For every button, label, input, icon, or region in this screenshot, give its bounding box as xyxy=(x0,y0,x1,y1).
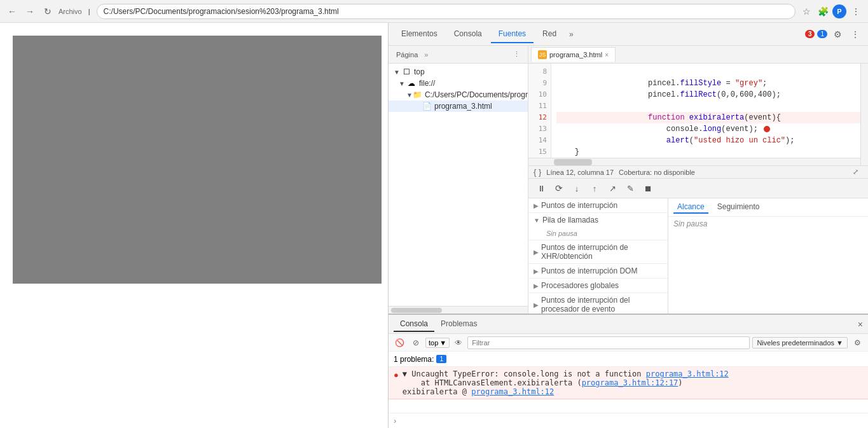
pause-button[interactable]: ⏸ xyxy=(534,181,549,196)
profile-button[interactable]: P xyxy=(832,4,846,18)
forward-button[interactable]: → xyxy=(23,4,37,18)
extension-button[interactable]: 🧩 xyxy=(816,4,830,18)
info-badge: 1 xyxy=(817,30,827,38)
menu-button[interactable]: ⋮ xyxy=(849,4,863,18)
console-output: ● ▼ Uncaught TypeError: console.long is … xyxy=(389,367,868,413)
address-bar[interactable] xyxy=(97,4,796,19)
bp-section-header-dom[interactable]: ▶ Puntos de interrupción DOM xyxy=(528,264,668,278)
error-line-2: at HTMLCanvasElement.exibiralerta (progr… xyxy=(403,378,863,387)
tree-arrow-html xyxy=(414,103,422,110)
line-numbers: 8 9 10 11 12 13 14 15 16 xyxy=(528,64,551,158)
scrollbar-thumb xyxy=(391,308,442,313)
top-selector[interactable]: top ▼ xyxy=(425,338,450,348)
cloud-icon-file: ☁ xyxy=(406,79,417,88)
code-lines-container: 8 9 10 11 12 13 14 15 16 pi xyxy=(528,64,868,158)
nav-tab-more[interactable]: » xyxy=(424,51,428,59)
nav-tab-pagina[interactable]: Página xyxy=(392,50,422,60)
line-num-11: 11 xyxy=(528,100,551,112)
console-levels-select[interactable]: Niveles predeterminados ▼ xyxy=(752,337,848,349)
error-message: ▼ Uncaught TypeError: console.long is no… xyxy=(403,369,863,396)
error-dot xyxy=(764,126,770,132)
code-scrollbar-vertical[interactable] xyxy=(860,64,868,158)
more-tabs-button[interactable]: » xyxy=(565,27,577,41)
step-over-button[interactable]: ⟳ xyxy=(551,181,567,196)
console-filter-input[interactable] xyxy=(467,336,750,349)
pila-sin-pausa: Sin pausa xyxy=(541,228,668,238)
line-num-12: 12 xyxy=(528,112,551,123)
reload-button[interactable]: ↻ xyxy=(41,4,55,18)
console-clear-button[interactable]: 🚫 xyxy=(392,336,406,350)
tab-fuentes[interactable]: Fuentes xyxy=(491,25,534,43)
step-into-button[interactable]: ↓ xyxy=(569,181,584,196)
devtools-toolbar-right: 3 1 ⚙ ⋮ xyxy=(805,27,863,42)
error-link-2[interactable]: programa_3.html:12:17 xyxy=(582,378,679,387)
breakpoints-panel: ▶ Puntos de interrupción ▼ Pila de llama… xyxy=(528,198,668,314)
bp-section-header-pila[interactable]: ▼ Pila de llamadas xyxy=(528,213,668,227)
step-button[interactable]: ↗ xyxy=(605,181,620,196)
more-options-button[interactable]: ⋮ xyxy=(848,27,863,42)
code-content[interactable]: pincel.fillStyle = "grey"; pincel.fillRe… xyxy=(551,64,868,158)
code-scrollbar-horizontal[interactable] xyxy=(528,158,868,165)
file-tab-programa3[interactable]: JS programa_3.html × xyxy=(531,47,616,62)
folder-icon: 📁 xyxy=(413,90,422,99)
sources-scrollbar[interactable] xyxy=(389,306,528,314)
console-settings-button[interactable]: ⚙ xyxy=(850,336,864,350)
format-button[interactable]: ⤢ xyxy=(848,165,863,180)
step-out-button[interactable]: ↑ xyxy=(587,181,602,196)
bp-label-pila: Pila de llamadas xyxy=(542,216,598,224)
settings-button[interactable]: ⚙ xyxy=(830,27,845,42)
tree-arrow-file: ▼ xyxy=(399,80,406,87)
sources-navigator: Página » ⋮ ▼ ☐ top ▼ ☁ xyxy=(389,46,528,314)
deactivate-button[interactable]: ✎ xyxy=(623,181,638,196)
console-filter-button[interactable]: ⊘ xyxy=(409,336,423,350)
bookmark-button[interactable]: ☆ xyxy=(799,4,813,18)
tab-consola[interactable]: Consola xyxy=(446,25,490,43)
error-link-3[interactable]: programa_3.html:12 xyxy=(471,387,554,396)
stop-button[interactable]: ⏹ xyxy=(640,181,656,196)
console-tab-consola[interactable]: Consola xyxy=(394,317,434,332)
sources-tree: ▼ ☐ top ▼ ☁ file:// ▼ 📁 C:/Users/PC/D xyxy=(389,64,528,306)
bp-label-dom: Puntos de interrupción DOM xyxy=(541,266,637,275)
bp-label-xhr: Puntos de interrupción de XHR/obtención xyxy=(541,243,663,261)
scope-tab-seguimiento[interactable]: Seguimiento xyxy=(713,201,764,214)
bp-label-evento: Puntos de interrupción del procesador de… xyxy=(541,296,663,314)
tab-elementos[interactable]: Elementos xyxy=(394,25,445,43)
file-tab-label: programa_3.html xyxy=(549,51,602,59)
console-close-button[interactable]: × xyxy=(858,319,863,329)
code-line-8: pincel.fillStyle = "grey"; xyxy=(556,66,863,78)
devtools-panel: Elementos Consola Fuentes Red » 3 1 ⚙ ⋮ … xyxy=(388,23,868,428)
scope-tab-alcance[interactable]: Alcance xyxy=(673,201,708,214)
bp-section-header-xhr[interactable]: ▶ Puntos de interrupción de XHR/obtenció… xyxy=(528,240,668,263)
webpage-area xyxy=(0,23,388,428)
bp-section-header-puntos[interactable]: ▶ Puntos de interrupción xyxy=(528,198,668,212)
devtools-tab-bar: Elementos Consola Fuentes Red » 3 1 ⚙ ⋮ xyxy=(389,23,868,46)
scrollbar-h-thumb xyxy=(554,159,592,165)
bp-label-global: Procesadores globales xyxy=(541,281,619,290)
status-bar-right: ⤢ xyxy=(848,165,863,180)
canvas-element[interactable] xyxy=(13,36,382,284)
nav-action-new[interactable]: ⋮ xyxy=(509,47,524,62)
error-line-1: ▼ Uncaught TypeError: console.long is no… xyxy=(403,369,863,378)
address-prefix: Archivo xyxy=(59,8,82,15)
console-tab-problemas[interactable]: Problemas xyxy=(434,317,483,332)
code-panel: JS programa_3.html × 8 9 10 11 12 xyxy=(528,46,868,314)
tree-item-file-html[interactable]: 📄 programa_3.html xyxy=(389,100,528,112)
bp-arrow-pila: ▼ xyxy=(534,217,540,224)
tree-item-top[interactable]: ▼ ☐ top xyxy=(389,66,528,78)
eye-button[interactable]: 👁 xyxy=(452,336,465,349)
error-link-1[interactable]: programa_3.html:12 xyxy=(646,369,729,378)
debugger-body: ▶ Puntos de interrupción ▼ Pila de llama… xyxy=(528,198,868,314)
tree-label-folder: C:/Users/PC/Documents/progra... xyxy=(425,90,528,99)
bp-section-header-global[interactable]: ▶ Procesadores globales xyxy=(528,279,668,293)
tree-item-folder[interactable]: ▼ 📁 C:/Users/PC/Documents/progra... xyxy=(389,89,528,100)
problem-badge: 1 problema: 1 xyxy=(394,355,446,364)
file-tab-close-button[interactable]: × xyxy=(605,52,609,59)
scope-content: Sin pausa xyxy=(668,217,868,231)
back-button[interactable]: ← xyxy=(5,4,19,18)
top-dropdown-arrow: ▼ xyxy=(439,339,446,347)
tab-red[interactable]: Red xyxy=(535,25,564,43)
bp-section-header-evento[interactable]: ▶ Puntos de interrupción del procesador … xyxy=(528,293,668,314)
tree-item-file[interactable]: ▼ ☁ file:// xyxy=(389,78,528,89)
bp-arrow-xhr: ▶ xyxy=(534,249,539,256)
bp-arrow-evento: ▶ xyxy=(534,301,539,308)
